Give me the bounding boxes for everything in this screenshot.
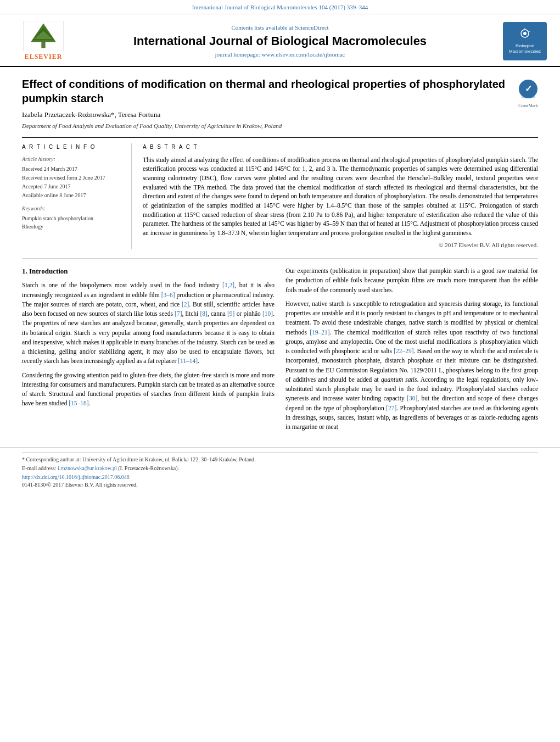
affiliation: Department of Food Analysis and Evaluati… (22, 122, 538, 130)
email-link[interactable]: i.roznowska@ur.krakow.pl (58, 465, 117, 471)
citation-30[interactable]: [30] (407, 395, 417, 401)
citation-9[interactable]: [9] (227, 310, 234, 317)
svg-point-6 (523, 32, 527, 35)
molecule-icon (517, 28, 533, 43)
body-column-right: Our experiments (publication in preparat… (285, 266, 538, 436)
elsevier-label: ELSEVIER (25, 52, 63, 62)
abstract-column: A B S T R A C T This study aimed at anal… (143, 143, 538, 249)
citation-15-18[interactable]: [15–18] (69, 400, 88, 406)
history-revised: Received in revised form 2 June 2017 (22, 174, 122, 182)
journal-homepage-url[interactable]: www.elsevier.com/locate/ijbiomac (261, 51, 345, 58)
body-paragraph-2: Considering the growing attention paid t… (22, 371, 275, 409)
article-history-label: Article history: (22, 155, 122, 163)
citation-7[interactable]: [7] (175, 310, 182, 317)
bio-macro-logo-text: BiologicalMacromolecules (509, 43, 541, 55)
journal-header: ELSEVIER Contents lists available at Sci… (0, 14, 560, 67)
body-paragraph-1: Starch is one of the biopolymers most wi… (22, 281, 275, 366)
science-direct-link[interactable]: ScienceDirect (295, 24, 329, 31)
section1-title: 1. Introduction (22, 266, 275, 276)
abstract-heading: A B S T R A C T (143, 143, 538, 151)
section-divider (22, 258, 538, 259)
footnote-email: E-mail address: i.roznowska@ur.krakow.pl… (22, 465, 538, 472)
svg-text:✓: ✓ (525, 84, 532, 93)
body-paragraph-3: Our experiments (publication in preparat… (285, 266, 538, 295)
svg-text:CrossMark: CrossMark (522, 95, 535, 98)
doi-link[interactable]: http://dx.doi.org/10.1016/j.ijbiomac.201… (22, 474, 130, 480)
journal-citation-text: International Journal of Biological Macr… (192, 4, 368, 10)
abstract-text: This study aimed at analyzing the effect… (143, 155, 538, 238)
article-info-abstract-section: A R T I C L E I N F O Article history: R… (22, 137, 538, 249)
keyword-1: Pumpkin starch phosphorylation (22, 215, 122, 222)
citation-10[interactable]: [10] (262, 310, 273, 317)
history-online: Available online 8 June 2017 (22, 192, 122, 199)
page-wrapper: International Journal of Biological Macr… (0, 0, 560, 493)
elsevier-tree-icon (21, 21, 65, 51)
bio-macro-logo-section: BiologicalMacromolecules (486, 22, 547, 60)
doi-line: http://dx.doi.org/10.1016/j.ijbiomac.201… (22, 473, 538, 481)
history-accepted: Accepted 7 June 2017 (22, 183, 122, 191)
bio-macro-logo: BiologicalMacromolecules (503, 22, 547, 60)
keywords-label: Keywords: (22, 205, 122, 213)
footer: * Corresponding author at: University of… (0, 447, 560, 493)
article-info-column: A R T I C L E I N F O Article history: R… (22, 143, 132, 249)
svg-rect-1 (41, 41, 45, 48)
crossmark-logo: ✓ CrossMark CrossMark (518, 79, 538, 99)
body-section: 1. Introduction Starch is one of the bio… (22, 266, 538, 436)
article-content: Effect of conditions of modification on … (0, 67, 560, 447)
footnote-corresponding-author: * Corresponding author at: University of… (22, 456, 538, 464)
keyword-2: Rheology (22, 223, 122, 231)
copyright-line: © 2017 Elsevier B.V. All rights reserved… (143, 241, 538, 249)
body-column-left: 1. Introduction Starch is one of the bio… (22, 266, 275, 436)
citation-3-6[interactable]: [3–6] (161, 292, 175, 298)
issn-line: 0141-8130/© 2017 Elsevier B.V. All right… (22, 481, 538, 489)
article-info-heading: A R T I C L E I N F O (22, 143, 122, 151)
journal-homepage: journal homepage: www.elsevier.com/locat… (74, 51, 486, 59)
article-title: Effect of conditions of modification on … (22, 77, 509, 105)
citation-2[interactable]: [2] (182, 301, 189, 308)
body-paragraph-4: However, native starch is susceptible to… (285, 299, 538, 432)
elsevier-logo-section: ELSEVIER (13, 21, 74, 62)
elsevier-logo: ELSEVIER (13, 21, 74, 62)
citation-19-21[interactable]: [19–21] (310, 329, 329, 336)
citation-22-29[interactable]: [22–29] (394, 348, 413, 354)
journal-citation-bar: International Journal of Biological Macr… (0, 0, 560, 14)
history-received: Received 24 March 2017 (22, 165, 122, 173)
authors: Izabela Przetaczek-Rożnowska*, Teresa Fo… (22, 110, 538, 120)
article-title-section: Effect of conditions of modification on … (22, 77, 538, 105)
citation-27[interactable]: [27] (386, 405, 396, 411)
journal-header-center: Contents lists available at ScienceDirec… (74, 24, 486, 59)
contents-available: Contents lists available at ScienceDirec… (74, 24, 486, 32)
citation-11-14[interactable]: [11–14] (178, 358, 198, 364)
citation-1-2[interactable]: [1,2] (222, 282, 234, 288)
citation-8[interactable]: [8] (200, 310, 207, 317)
svg-line-8 (529, 31, 530, 32)
keywords-section: Keywords: Pumpkin starch phosphorylation… (22, 205, 122, 231)
journal-title: International Journal of Biological Macr… (74, 34, 486, 48)
